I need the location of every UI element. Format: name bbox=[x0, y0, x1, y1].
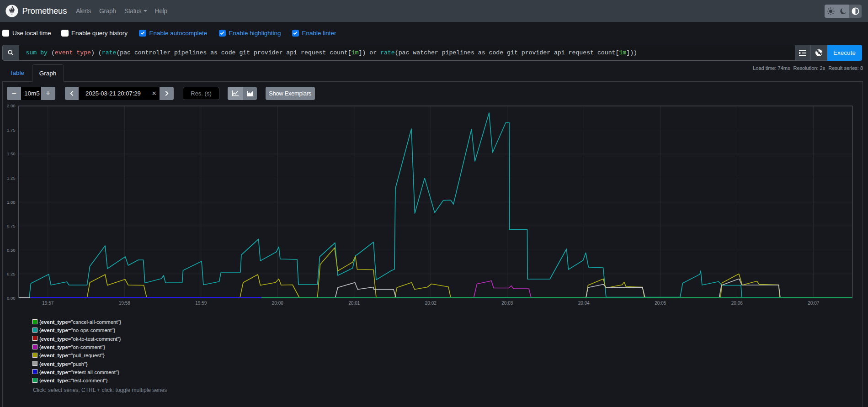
svg-text:0.50: 0.50 bbox=[7, 248, 16, 253]
svg-text:0.00: 0.00 bbox=[7, 296, 16, 301]
svg-text:19:58: 19:58 bbox=[119, 301, 130, 306]
svg-text:19:59: 19:59 bbox=[195, 301, 207, 306]
svg-text:20:01: 20:01 bbox=[348, 301, 360, 306]
svg-text:20:03: 20:03 bbox=[501, 301, 513, 306]
svg-text:20:06: 20:06 bbox=[731, 301, 743, 306]
svg-text:1.50: 1.50 bbox=[7, 151, 16, 156]
svg-text:20:05: 20:05 bbox=[655, 301, 666, 306]
svg-text:20:02: 20:02 bbox=[425, 301, 437, 306]
svg-text:1.75: 1.75 bbox=[7, 127, 16, 132]
svg-text:2.00: 2.00 bbox=[7, 103, 16, 108]
svg-text:0.25: 0.25 bbox=[7, 271, 16, 276]
svg-text:20:07: 20:07 bbox=[808, 301, 819, 306]
svg-text:1.25: 1.25 bbox=[7, 175, 16, 180]
svg-text:20:00: 20:00 bbox=[272, 301, 283, 306]
svg-text:1.00: 1.00 bbox=[7, 200, 16, 205]
svg-text:20:04: 20:04 bbox=[578, 301, 590, 306]
svg-text:19:57: 19:57 bbox=[42, 301, 53, 306]
svg-text:0.75: 0.75 bbox=[7, 223, 16, 228]
